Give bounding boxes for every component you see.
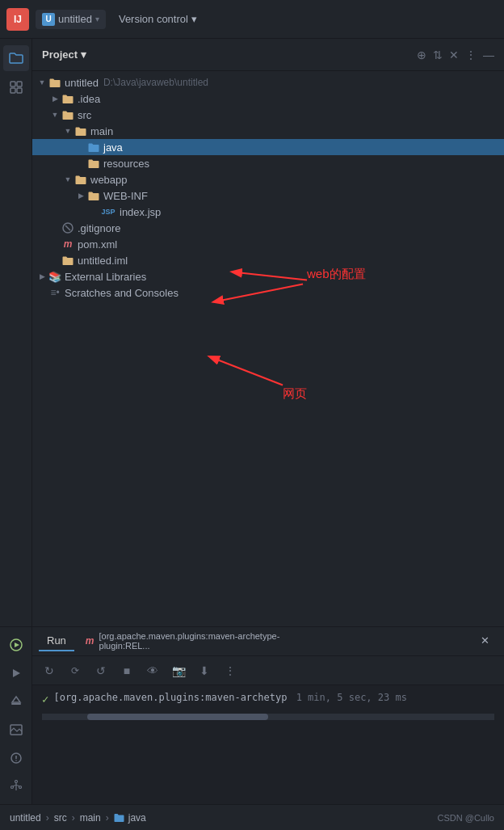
tree-pomxml[interactable]: m pom.xml bbox=[32, 236, 504, 252]
run-scrollbar[interactable] bbox=[42, 714, 494, 720]
tree-gitignore[interactable]: .gitignore bbox=[32, 220, 504, 236]
root-arrow: ▼ bbox=[36, 76, 48, 89]
idea-arrow: ▶ bbox=[48, 92, 61, 105]
run-success-time: 1 min, 5 sec, 23 ms bbox=[296, 692, 407, 703]
svg-marker-16 bbox=[15, 643, 19, 647]
stop-btn[interactable]: ■ bbox=[116, 660, 137, 681]
options-icon[interactable]: ⋮ bbox=[465, 48, 477, 61]
alert-icon[interactable] bbox=[3, 746, 29, 769]
breadcrumb-java-label: java bbox=[128, 812, 146, 824]
more-btn[interactable]: ⋮ bbox=[220, 660, 241, 681]
tree-src[interactable]: ▼ src bbox=[32, 107, 504, 123]
sidebar-icon-project[interactable] bbox=[3, 45, 29, 71]
rerun2-btn[interactable]: ⟳ bbox=[65, 660, 86, 681]
resources-label: resources bbox=[103, 158, 149, 170]
svg-point-24 bbox=[15, 780, 17, 782]
extlibs-label: External Libraries bbox=[65, 271, 146, 283]
refresh-btn[interactable]: ↺ bbox=[90, 660, 111, 681]
svg-point-26 bbox=[19, 786, 21, 788]
webinf-folder-icon bbox=[87, 189, 100, 202]
run-scrollbar-thumb bbox=[87, 714, 268, 720]
close-panel-icon[interactable]: ✕ bbox=[449, 48, 459, 61]
tree-root[interactable]: ▼ untitled D:\Java\javaweb\untitled bbox=[32, 74, 504, 91]
java-folder-icon bbox=[87, 141, 100, 154]
svg-rect-3 bbox=[17, 88, 22, 93]
screenshot-btn[interactable]: 📷 bbox=[168, 660, 189, 681]
project-title-chevron: ▾ bbox=[81, 48, 86, 61]
sort-icon[interactable]: ⇅ bbox=[433, 48, 443, 61]
locate-icon[interactable]: ⊕ bbox=[417, 48, 426, 61]
jsp-icon: JSP bbox=[100, 205, 116, 218]
breadcrumb-main[interactable]: main bbox=[80, 812, 101, 824]
tree-indexjsp[interactable]: JSP index.jsp bbox=[32, 204, 504, 220]
tree-idea[interactable]: ▶ .idea bbox=[32, 91, 504, 107]
project-selector[interactable]: U untitled ▾ bbox=[36, 10, 106, 29]
run-tab-close[interactable]: ✕ bbox=[472, 631, 498, 651]
run-success-row: ✓ [org.apache.maven.plugins:maven-archet… bbox=[42, 692, 494, 706]
webinf-label: WEB-INF bbox=[103, 190, 148, 202]
svg-rect-2 bbox=[10, 88, 15, 93]
git-icon[interactable] bbox=[3, 774, 29, 798]
svg-point-23 bbox=[15, 760, 17, 761]
vcs-chevron: ▾ bbox=[191, 13, 197, 25]
sep1: › bbox=[46, 812, 49, 824]
scratches-arrow bbox=[36, 286, 48, 299]
svg-marker-17 bbox=[13, 669, 20, 677]
project-header-title[interactable]: Project ▾ bbox=[42, 48, 86, 61]
view-btn[interactable]: 👁 bbox=[142, 660, 163, 681]
breadcrumb-project[interactable]: untitled bbox=[10, 812, 41, 824]
indexjsp-arrow bbox=[87, 205, 100, 218]
title-bar: IJ U untitled ▾ Version control ▾ bbox=[0, 0, 504, 39]
idea-label: .idea bbox=[78, 93, 100, 105]
run-success-text: [org.apache.maven.plugins:maven-archetyp… bbox=[53, 692, 407, 703]
webapp-folder-icon bbox=[74, 173, 87, 186]
main-arrow: ▼ bbox=[61, 124, 74, 137]
gitignore-label: .gitignore bbox=[78, 222, 120, 234]
run-left-icons bbox=[0, 626, 32, 804]
tree-webapp[interactable]: ▼ webapp bbox=[32, 171, 504, 187]
rerun-btn[interactable]: ↻ bbox=[39, 660, 60, 681]
tree-resources[interactable]: resources bbox=[32, 155, 504, 171]
download-btn[interactable]: ⬇ bbox=[194, 660, 215, 681]
credit-label: CSDN @Cullo bbox=[438, 813, 494, 823]
tree-scratches[interactable]: ≡• Scratches and Consoles bbox=[32, 284, 504, 301]
webapp-arrow: ▼ bbox=[61, 173, 74, 186]
tree-external-libs[interactable]: ▶ 📚 External Libraries bbox=[32, 268, 504, 284]
vcs-selector[interactable]: Version control ▾ bbox=[112, 10, 204, 28]
minimize-icon[interactable]: — bbox=[483, 48, 494, 61]
tree-webinf[interactable]: ▶ WEB-INF bbox=[32, 187, 504, 204]
build-icon[interactable] bbox=[3, 690, 29, 714]
tree-java[interactable]: java bbox=[32, 139, 504, 155]
run-icon[interactable] bbox=[3, 634, 29, 657]
svg-line-8 bbox=[65, 225, 70, 230]
breadcrumb-project-label: untitled bbox=[10, 812, 41, 824]
gitignore-arrow bbox=[48, 221, 61, 234]
src-arrow: ▼ bbox=[48, 108, 61, 121]
run-close-icon: ✕ bbox=[481, 634, 489, 647]
extlibs-icon: 📚 bbox=[48, 270, 61, 283]
svg-point-25 bbox=[10, 786, 13, 788]
status-bar-credit: CSDN @Cullo bbox=[438, 813, 494, 823]
run-tab-run[interactable]: Run bbox=[39, 631, 74, 651]
breadcrumb-src[interactable]: src bbox=[54, 812, 67, 824]
run-content: ✓ [org.apache.maven.plugins:maven-archet… bbox=[32, 685, 504, 804]
run-tab-content-label: [org.apache.maven.plugins:maven-archetyp… bbox=[99, 631, 312, 651]
indexjsp-label: index.jsp bbox=[120, 206, 161, 218]
src-folder-icon bbox=[61, 108, 74, 121]
play-icon[interactable] bbox=[3, 662, 29, 685]
breadcrumb-java[interactable]: java bbox=[114, 812, 146, 824]
resources-folder-icon bbox=[87, 157, 100, 170]
gitignore-icon bbox=[61, 221, 74, 234]
tree-main[interactable]: ▼ main bbox=[32, 123, 504, 139]
success-icon: ✓ bbox=[42, 693, 48, 706]
tree-iml[interactable]: untitled.iml bbox=[32, 252, 504, 268]
scratches-icon: ≡• bbox=[48, 286, 61, 299]
sidebar-icon-grid[interactable] bbox=[3, 74, 29, 100]
image-icon[interactable] bbox=[3, 718, 29, 741]
java-label: java bbox=[103, 141, 123, 154]
svg-rect-18 bbox=[11, 703, 21, 705]
root-path: D:\Java\javaweb\untitled bbox=[103, 77, 208, 88]
run-tab-content[interactable]: m [org.apache.maven.plugins:maven-archet… bbox=[78, 628, 320, 655]
project-title-label: Project bbox=[42, 48, 78, 61]
svg-rect-1 bbox=[17, 82, 22, 86]
